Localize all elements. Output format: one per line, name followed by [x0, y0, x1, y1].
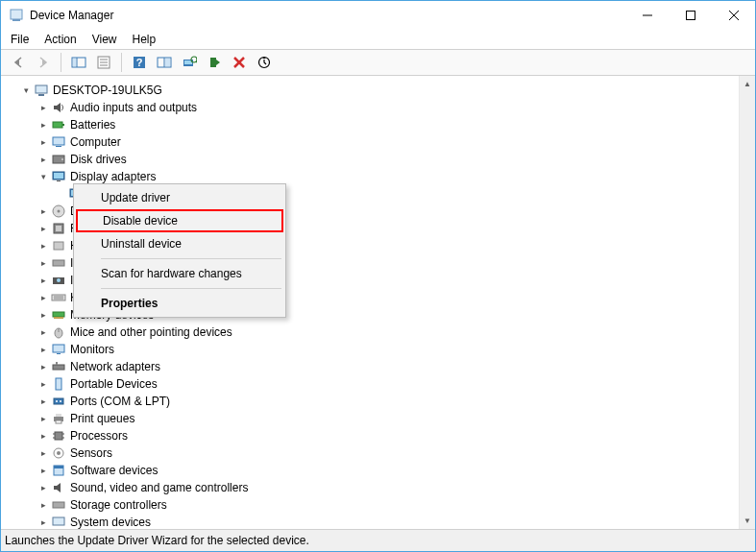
chevron-right-icon[interactable]: ▸ [37, 289, 49, 306]
show-hide-button[interactable] [67, 52, 90, 73]
svg-rect-54 [53, 345, 64, 352]
chevron-right-icon[interactable]: ▸ [37, 444, 49, 462]
console-tree-icon [71, 56, 86, 69]
help-icon: ? [133, 56, 146, 69]
computer-icon [51, 134, 66, 150]
tree-category[interactable]: ▸Mice and other pointing devices [3, 324, 753, 341]
tree-category[interactable]: ▸System devices [3, 514, 753, 529]
tree-category[interactable]: ▸Sensors [3, 444, 753, 462]
chevron-right-icon[interactable]: ▸ [37, 341, 49, 358]
vertical-scrollbar[interactable]: ▲ ▼ [739, 76, 755, 529]
tree-category[interactable]: ▸Processors [3, 427, 753, 444]
chevron-right-icon[interactable]: ▸ [37, 393, 49, 410]
software-icon [51, 463, 66, 478]
menu-view[interactable]: View [92, 33, 117, 46]
action-button[interactable] [153, 52, 176, 73]
dvd-icon [51, 204, 66, 219]
svg-rect-29 [62, 124, 64, 126]
maximize-button[interactable] [669, 1, 712, 30]
chevron-right-icon[interactable]: ▸ [37, 99, 49, 116]
back-button[interactable] [7, 52, 30, 73]
sensor-icon [51, 445, 66, 461]
chevron-right-icon[interactable]: ▸ [37, 324, 49, 341]
tree-category[interactable]: ▸Software devices [3, 462, 753, 479]
ctx-scan-hardware[interactable]: Scan for hardware changes [76, 262, 283, 285]
toolbar-separator [61, 53, 61, 72]
chevron-right-icon[interactable]: ▸ [37, 410, 49, 427]
tree-root[interactable]: ▾ DESKTOP-19ULK5G [3, 82, 753, 99]
forward-button[interactable] [32, 52, 55, 73]
tree-category[interactable]: ▸Storage controllers [3, 496, 753, 514]
chevron-right-icon[interactable]: ▸ [37, 220, 49, 237]
chevron-down-icon[interactable]: ▾ [37, 168, 49, 185]
chevron-right-icon[interactable]: ▸ [37, 133, 49, 151]
menu-help[interactable]: Help [133, 33, 157, 46]
svg-rect-26 [36, 85, 47, 93]
close-icon [729, 11, 739, 20]
tree-category[interactable]: ▸Monitors [3, 341, 753, 358]
svg-rect-58 [56, 378, 61, 390]
tree-category[interactable]: ▸Audio inputs and outputs [3, 99, 753, 116]
chevron-right-icon[interactable]: ▸ [37, 306, 49, 324]
svg-rect-36 [57, 180, 61, 181]
tree-category[interactable]: ▸Network adapters [3, 358, 753, 375]
chevron-right-icon[interactable]: ▸ [37, 427, 49, 444]
ctx-uninstall-device[interactable]: Uninstall device [76, 232, 283, 255]
memory-icon [51, 307, 66, 323]
tree-category[interactable]: ▸Batteries [3, 116, 753, 133]
chevron-right-icon[interactable]: ▸ [37, 237, 49, 254]
chevron-down-icon[interactable]: ▾ [20, 82, 32, 99]
svg-rect-50 [53, 312, 64, 317]
svg-rect-17 [165, 59, 170, 66]
ctx-disable-device[interactable]: Disable device [76, 209, 283, 232]
menu-action[interactable]: Action [44, 33, 76, 46]
app-icon [9, 8, 24, 23]
update-icon [257, 56, 271, 69]
tree-category[interactable]: ▸Portable Devices [3, 375, 753, 393]
tree-category[interactable]: ▸Computer [3, 133, 753, 151]
svg-point-60 [56, 400, 58, 402]
scroll-down-icon[interactable]: ▼ [740, 513, 755, 529]
help-button[interactable]: ? [128, 52, 151, 73]
chevron-right-icon[interactable]: ▸ [37, 514, 49, 529]
chevron-right-icon[interactable]: ▸ [37, 375, 49, 393]
chevron-right-icon[interactable]: ▸ [37, 151, 49, 168]
chevron-right-icon[interactable]: ▸ [37, 358, 49, 375]
tree-category[interactable]: ▸Ports (COM & LPT) [3, 393, 753, 410]
svg-point-61 [60, 400, 61, 402]
chevron-right-icon[interactable]: ▸ [37, 254, 49, 272]
chevron-right-icon[interactable]: ▸ [37, 462, 49, 479]
storage-icon [51, 497, 66, 513]
scan-button[interactable] [178, 52, 201, 73]
tree-category[interactable]: ▸Disk drives [3, 151, 753, 168]
disable-button[interactable] [228, 52, 251, 73]
properties-button[interactable] [92, 52, 115, 73]
action-icon [157, 56, 172, 69]
minimize-button[interactable] [625, 1, 669, 30]
svg-point-40 [58, 210, 61, 213]
chevron-right-icon[interactable]: ▸ [37, 272, 49, 289]
tree-category[interactable]: ▸Print queues [3, 410, 753, 427]
menu-file[interactable]: File [11, 33, 29, 46]
close-button[interactable] [712, 1, 755, 30]
scroll-up-icon[interactable]: ▲ [740, 76, 755, 92]
enable-button[interactable] [203, 52, 226, 73]
monitor-icon [51, 342, 66, 357]
svg-rect-30 [53, 137, 64, 145]
scan-icon [182, 56, 197, 69]
svg-rect-75 [53, 517, 64, 525]
update-driver-button[interactable] [253, 52, 276, 73]
svg-point-46 [57, 278, 61, 282]
chevron-right-icon[interactable]: ▸ [37, 496, 49, 514]
chevron-right-icon[interactable]: ▸ [37, 479, 49, 496]
svg-point-33 [61, 158, 63, 160]
svg-rect-0 [11, 10, 22, 19]
ctx-update-driver[interactable]: Update driver [76, 186, 283, 209]
svg-line-21 [196, 61, 197, 62]
chevron-right-icon[interactable]: ▸ [37, 203, 49, 220]
ctx-properties[interactable]: Properties [76, 292, 283, 315]
chevron-right-icon[interactable]: ▸ [37, 116, 49, 133]
portable-icon [51, 376, 66, 392]
svg-rect-3 [686, 12, 695, 20]
tree-category[interactable]: ▸Sound, video and game controllers [3, 479, 753, 496]
